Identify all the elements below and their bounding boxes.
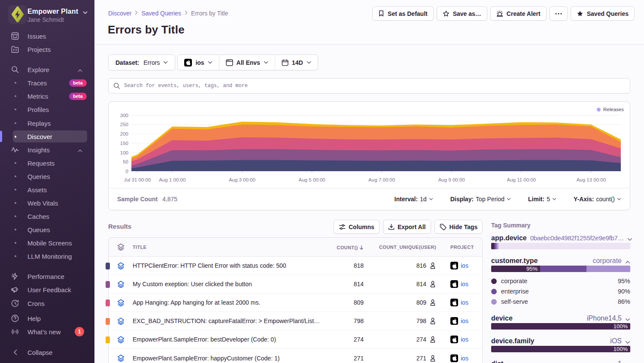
svg-text:50: 50 <box>123 159 128 164</box>
svg-text:Aug 5 00:00: Aug 5 00:00 <box>298 177 325 182</box>
svg-text:150: 150 <box>120 141 128 146</box>
svg-text:Aug 7 00:00: Aug 7 00:00 <box>368 177 395 182</box>
svg-text:200: 200 <box>120 131 128 136</box>
svg-text:300: 300 <box>120 113 128 118</box>
svg-text:Aug 13 00:00: Aug 13 00:00 <box>577 177 606 182</box>
svg-text:Aug 3 00:00: Aug 3 00:00 <box>229 177 255 182</box>
svg-text:250: 250 <box>120 122 128 127</box>
svg-text:100: 100 <box>120 150 128 155</box>
svg-text:0: 0 <box>126 169 128 174</box>
svg-text:Aug 11 00:00: Aug 11 00:00 <box>507 177 536 182</box>
svg-text:Jul 31 00:00: Jul 31 00:00 <box>124 177 151 182</box>
svg-text:Aug 1 00:00: Aug 1 00:00 <box>159 177 185 182</box>
svg-text:Aug 9 00:00: Aug 9 00:00 <box>438 177 465 182</box>
